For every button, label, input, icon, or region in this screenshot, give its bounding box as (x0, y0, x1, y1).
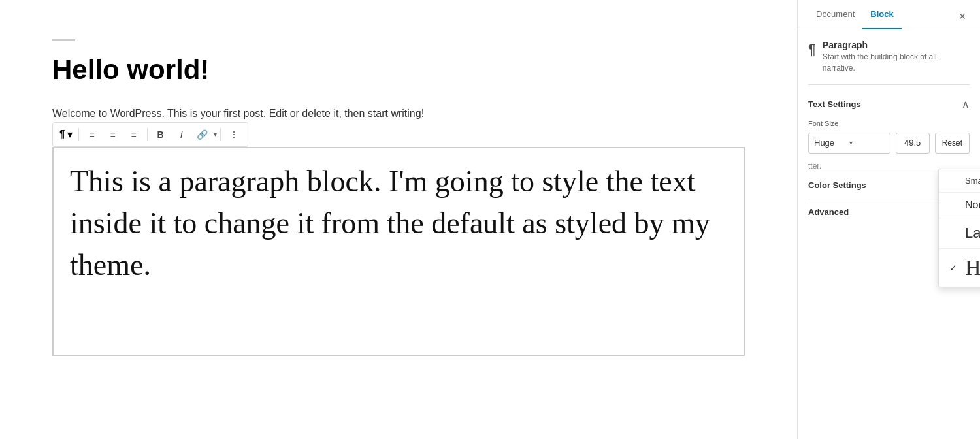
font-size-option-small[interactable]: Small (939, 169, 980, 193)
link-icon: 🔗 (197, 129, 208, 140)
toolbar-divider-3 (220, 128, 221, 141)
text-settings-chevron[interactable]: ∧ (962, 98, 970, 110)
align-left-icon: ≡ (90, 129, 95, 140)
text-settings-title: Text Settings (808, 99, 861, 109)
align-right-button[interactable]: ≡ (124, 125, 144, 144)
font-size-option-normal[interactable]: Normal (939, 193, 980, 218)
bold-icon: B (157, 129, 164, 140)
more-options-button[interactable]: ⋮ (224, 125, 244, 144)
color-settings-title: Color Settings (808, 180, 866, 190)
tab-block[interactable]: Block (862, 0, 901, 29)
sidebar-tabs: Document Block × (798, 0, 980, 29)
font-size-reset-button[interactable]: Reset (935, 133, 970, 154)
font-size-dropdown: Small Normal Large ✓ Huge (938, 169, 980, 287)
editor-area: Hello world! Welcome to WordPress. This … (0, 0, 797, 439)
align-center-icon: ≡ (110, 129, 116, 140)
link-arrow: ▾ (214, 131, 217, 138)
bold-button[interactable]: B (151, 125, 171, 144)
paragraph-block[interactable]: This is a paragraph block. I'm going to … (52, 147, 745, 356)
tab-document[interactable]: Document (808, 0, 862, 29)
paragraph-type-dropdown[interactable]: ¶ ▾ (57, 125, 75, 144)
more-options-icon: ⋮ (229, 129, 238, 140)
align-left-button[interactable]: ≡ (82, 125, 102, 144)
italic-button[interactable]: I (172, 125, 191, 144)
font-size-select[interactable]: Huge ▾ (808, 133, 890, 154)
font-size-option-huge[interactable]: ✓ Huge (939, 249, 980, 287)
normal-option-label: Normal (965, 199, 980, 211)
text-settings-header: Text Settings ∧ (808, 98, 970, 110)
toolbar-divider-1 (78, 128, 79, 141)
dropdown-arrow: ▾ (67, 128, 73, 140)
align-center-button[interactable]: ≡ (103, 125, 123, 144)
font-size-label: Font Size (808, 120, 970, 127)
post-title[interactable]: Hello world! (52, 54, 745, 86)
block-toolbar: ¶ ▾ ≡ ≡ ≡ B I 🔗 ▾ (52, 122, 248, 147)
italic-icon: I (180, 129, 183, 140)
paragraph-text[interactable]: This is a paragraph block. I'm going to … (70, 161, 728, 287)
welcome-paragraph-block: Welcome to WordPress. This is your first… (52, 105, 745, 356)
block-paragraph-icon: ¶ (808, 41, 816, 58)
sidebar: Document Block × ¶ Paragraph Start with … (797, 0, 980, 439)
paragraph-icon: ¶ (59, 129, 65, 140)
large-option-label: Large (965, 225, 980, 242)
font-size-option-large[interactable]: Large (939, 218, 980, 249)
huge-option-label: Huge (965, 255, 980, 280)
align-right-icon: ≡ (131, 129, 137, 140)
welcome-text[interactable]: Welcome to WordPress. This is your first… (52, 105, 745, 122)
huge-check: ✓ (949, 263, 960, 273)
block-name: Paragraph (823, 40, 970, 50)
font-size-row: Huge ▾ Reset (808, 133, 970, 154)
block-info: ¶ Paragraph Start with the building bloc… (808, 40, 970, 85)
font-size-selected-value: Huge (814, 138, 849, 148)
text-settings-section: Text Settings ∧ Font Size Huge ▾ Reset t… (808, 98, 970, 172)
block-description: Start with the building block of all nar… (823, 52, 970, 74)
sidebar-close-button[interactable]: × (953, 7, 972, 26)
link-button[interactable]: 🔗 (193, 125, 212, 144)
font-size-chevron-icon: ▾ (849, 139, 885, 146)
block-info-text: Paragraph Start with the building block … (823, 40, 970, 74)
toolbar-divider-2 (147, 128, 148, 141)
small-option-label: Small (965, 176, 980, 186)
title-separator (52, 39, 75, 41)
advanced-settings-title: Advanced (808, 207, 849, 217)
font-size-number-input[interactable] (896, 133, 930, 154)
